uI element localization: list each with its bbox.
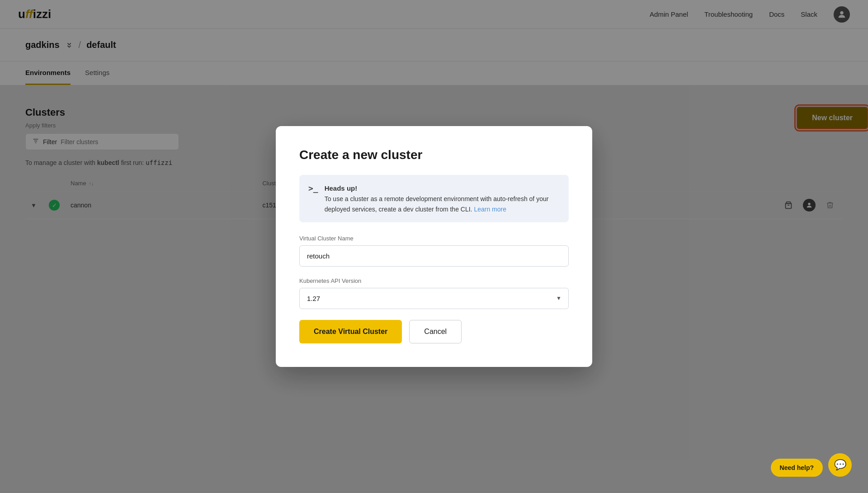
modal-actions: Create Virtual Cluster Cancel	[299, 320, 569, 343]
cluster-name-group: Virtual Cluster Name	[299, 235, 569, 267]
info-body: To use a cluster as a remote development…	[325, 195, 549, 212]
terminal-icon: >_	[308, 183, 318, 214]
chat-icon: 💬	[834, 459, 846, 471]
cluster-name-label: Virtual Cluster Name	[299, 235, 569, 242]
need-help-label: Need help?	[780, 464, 814, 471]
modal-title: Create a new cluster	[299, 148, 569, 162]
create-cluster-modal: Create a new cluster >_ Heads up! To use…	[276, 126, 592, 367]
info-title: Heads up!	[325, 184, 358, 192]
k8s-version-group: Kubernetes API Version 1.27 1.26 1.25 ▼	[299, 277, 569, 309]
modal-overlay[interactable]: Create a new cluster >_ Heads up! To use…	[0, 0, 868, 493]
cancel-button[interactable]: Cancel	[409, 320, 462, 343]
chat-button[interactable]: 💬	[828, 453, 852, 477]
info-box-content: Heads up! To use a cluster as a remote d…	[325, 183, 560, 214]
learn-more-link[interactable]: Learn more	[474, 206, 506, 213]
k8s-version-label: Kubernetes API Version	[299, 277, 569, 284]
cluster-name-input[interactable]	[299, 245, 569, 267]
create-virtual-cluster-button[interactable]: Create Virtual Cluster	[299, 320, 402, 343]
need-help-button[interactable]: Need help?	[771, 459, 823, 477]
info-box: >_ Heads up! To use a cluster as a remot…	[299, 175, 569, 222]
k8s-version-select-wrapper: 1.27 1.26 1.25 ▼	[299, 288, 569, 309]
k8s-version-select[interactable]: 1.27 1.26 1.25	[299, 288, 569, 309]
